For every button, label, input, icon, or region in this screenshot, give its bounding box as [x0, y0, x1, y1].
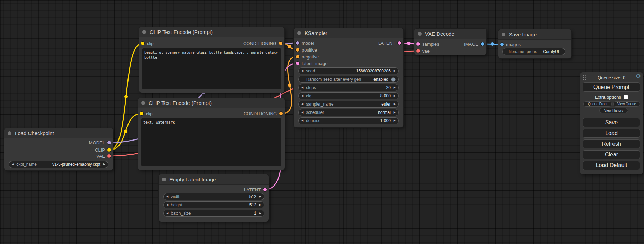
model-port-icon[interactable] — [107, 141, 111, 144]
node-title-bar[interactable]: VAE Decode — [414, 29, 486, 39]
node-title-bar[interactable]: Empty Latent Image — [159, 174, 269, 185]
cfg-widget[interactable]: ◀ cfg 8.000 ▶ — [298, 92, 399, 99]
increment-arrow-icon[interactable]: ▶ — [394, 119, 396, 122]
conditioning-port-icon[interactable] — [296, 55, 299, 58]
denoise-widget[interactable]: ◀ denoise 1.000 ▶ — [298, 117, 399, 124]
node-clip-text-encode-negative[interactable]: CLIP Text Encode (Prompt) clip CONDITION… — [138, 98, 285, 170]
node-load-checkpoint[interactable]: Load Checkpoint MODEL CLIP VAE ◀ ckpt_na… — [4, 128, 113, 170]
filename-prefix-widget[interactable]: filename_prefix ComfyUI — [502, 48, 565, 55]
input-clip[interactable]: clip — [140, 110, 153, 117]
view-history-button[interactable]: View History — [599, 108, 628, 113]
clip-port-icon[interactable] — [140, 112, 143, 115]
clip-port-icon[interactable] — [141, 42, 144, 45]
collapse-dot-icon[interactable] — [502, 33, 505, 36]
conditioning-port-icon[interactable] — [279, 112, 283, 115]
seed-widget[interactable]: ◀ seed 156680208700286 ▶ — [298, 67, 399, 74]
increment-arrow-icon[interactable]: ▶ — [394, 103, 396, 106]
output-clip[interactable]: CLIP — [95, 146, 111, 153]
model-port-icon[interactable] — [296, 41, 299, 45]
collapse-dot-icon[interactable] — [8, 131, 11, 135]
width-widget[interactable]: ◀ width 512 ▶ — [163, 193, 264, 200]
queue-front-button[interactable]: Queue Front — [583, 101, 612, 107]
node-ksampler[interactable]: KSampler model positive negative latent_… — [294, 28, 403, 127]
increment-arrow-icon[interactable]: ▶ — [259, 212, 261, 215]
collapse-dot-icon[interactable] — [141, 101, 145, 105]
increment-arrow-icon[interactable]: ▶ — [394, 94, 396, 97]
clear-button[interactable]: Clear — [583, 150, 640, 159]
latent-port-icon[interactable] — [296, 62, 299, 65]
load-button[interactable]: Load — [583, 129, 640, 138]
input-latent-image[interactable]: latent_image — [296, 60, 327, 67]
node-save-image[interactable]: Save Image images filename_prefix ComfyU… — [498, 29, 571, 58]
view-queue-button[interactable]: View Queue — [613, 101, 640, 107]
vae-port-icon[interactable] — [416, 49, 420, 53]
decrement-arrow-icon[interactable]: ◀ — [166, 204, 168, 206]
decrement-arrow-icon[interactable]: ◀ — [166, 212, 168, 215]
increment-arrow-icon[interactable]: ▶ — [103, 163, 105, 166]
decrement-arrow-icon[interactable]: ◀ — [301, 86, 303, 89]
node-title-bar[interactable]: CLIP Text Encode (Prompt) — [139, 27, 284, 37]
node-title-bar[interactable]: Load Checkpoint — [4, 128, 113, 138]
input-negative[interactable]: negative — [296, 53, 319, 60]
output-latent[interactable]: LATENT — [378, 39, 401, 46]
queue-prompt-button[interactable]: Queue Prompt — [583, 82, 640, 92]
output-conditioning[interactable]: CONDITIONING — [243, 40, 282, 47]
output-image[interactable]: IMAGE — [464, 40, 484, 47]
decrement-arrow-icon[interactable]: ◀ — [12, 163, 14, 166]
increment-arrow-icon[interactable]: ▶ — [394, 111, 396, 114]
gear-icon[interactable]: ⚙ — [636, 73, 641, 79]
output-model[interactable]: MODEL — [89, 139, 111, 146]
latent-port-icon[interactable] — [398, 41, 401, 45]
image-port-icon[interactable] — [500, 43, 504, 46]
collapse-dot-icon[interactable] — [297, 31, 301, 35]
latent-port-icon[interactable] — [263, 188, 267, 191]
node-empty-latent-image[interactable]: Empty Latent Image LATENT ◀ width 512 ▶ … — [159, 174, 269, 222]
conditioning-port-icon[interactable] — [279, 42, 282, 45]
decrement-arrow-icon[interactable]: ◀ — [301, 70, 303, 72]
node-vae-decode[interactable]: VAE Decode samples vae IMAGE — [414, 29, 486, 55]
batch-size-widget[interactable]: ◀ batch_size 1 ▶ — [163, 210, 264, 217]
node-title-bar[interactable]: CLIP Text Encode (Prompt) — [138, 98, 285, 108]
steps-widget[interactable]: ◀ steps 20 ▶ — [298, 84, 399, 91]
prompt-textarea[interactable]: text, watermark — [141, 118, 281, 166]
decrement-arrow-icon[interactable]: ◀ — [166, 195, 168, 198]
input-samples[interactable]: samples — [416, 40, 439, 47]
increment-arrow-icon[interactable]: ▶ — [259, 195, 261, 198]
input-positive[interactable]: positive — [296, 46, 317, 53]
output-conditioning[interactable]: CONDITIONING — [244, 110, 283, 117]
image-port-icon[interactable] — [481, 42, 484, 46]
queue-panel[interactable]: Queue size: 0 ⚙ Queue Prompt Extra optio… — [580, 72, 643, 174]
decrement-arrow-icon[interactable]: ◀ — [301, 119, 303, 122]
output-vae[interactable]: VAE — [96, 153, 111, 160]
node-clip-text-encode-positive[interactable]: CLIP Text Encode (Prompt) clip CONDITION… — [139, 27, 284, 93]
sampler-name-widget[interactable]: ◀ sampler_name euler ▶ — [298, 101, 399, 108]
collapse-dot-icon[interactable] — [162, 178, 166, 181]
save-button[interactable]: Save — [583, 118, 640, 127]
decrement-arrow-icon[interactable]: ◀ — [301, 111, 303, 114]
height-widget[interactable]: ◀ height 512 ▶ — [163, 201, 264, 208]
node-title-bar[interactable]: KSampler — [294, 28, 403, 38]
node-title-bar[interactable]: Save Image — [498, 29, 571, 40]
random-seed-toggle-widget[interactable]: Random seed after every gen enabled — [298, 76, 399, 83]
input-images[interactable]: images — [500, 41, 521, 48]
latent-port-icon[interactable] — [416, 42, 420, 46]
ckpt-name-widget[interactable]: ◀ ckpt_name v1-5-pruned-emaonly.ckpt ▶ — [9, 161, 108, 168]
increment-arrow-icon[interactable]: ▶ — [394, 86, 396, 89]
decrement-arrow-icon[interactable]: ◀ — [301, 103, 303, 106]
collapse-dot-icon[interactable] — [142, 30, 146, 34]
vae-port-icon[interactable] — [107, 154, 111, 158]
refresh-button[interactable]: Refresh — [583, 139, 640, 148]
graph-canvas[interactable]: Load Checkpoint MODEL CLIP VAE ◀ ckpt_na… — [0, 0, 644, 244]
toggle-on-icon[interactable] — [391, 77, 396, 82]
output-latent[interactable]: LATENT — [244, 186, 267, 193]
load-default-button[interactable]: Load Default — [583, 161, 640, 170]
scheduler-widget[interactable]: ◀ scheduler normal ▶ — [298, 109, 399, 116]
input-clip[interactable]: clip — [141, 40, 154, 47]
clip-port-icon[interactable] — [107, 148, 111, 152]
input-vae[interactable]: vae — [416, 47, 430, 54]
input-model[interactable]: model — [296, 39, 314, 46]
extra-options-checkbox[interactable] — [624, 95, 628, 99]
collapse-dot-icon[interactable] — [418, 32, 422, 36]
conditioning-port-icon[interactable] — [296, 48, 299, 52]
prompt-textarea[interactable]: beautiful scenery nature glass bottle la… — [142, 48, 281, 89]
